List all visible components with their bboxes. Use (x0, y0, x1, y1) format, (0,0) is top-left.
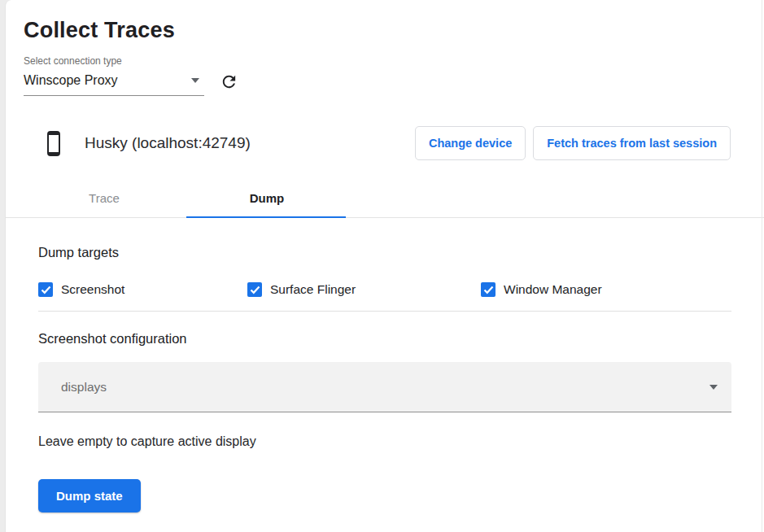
chevron-down-icon (191, 78, 199, 83)
checkmark-icon (250, 286, 260, 294)
displays-select-field[interactable]: displays (38, 362, 731, 412)
checkbox-checked-icon (247, 282, 262, 297)
dump-targets-section: Dump targets Screenshot Surface Flinger … (6, 245, 764, 297)
connection-type-label: Select connection type (24, 55, 744, 67)
header: Collect Traces Select connection type Wi… (6, 0, 764, 96)
device-actions: Change device Fetch traces from last ses… (415, 126, 731, 160)
tab-bar: Trace Dump (6, 179, 764, 218)
collect-traces-card: Collect Traces Select connection type Wi… (5, 0, 764, 532)
checkbox-surface-flinger-label: Surface Flinger (270, 282, 356, 297)
tab-dump-label: Dump (250, 191, 285, 205)
refresh-icon (220, 81, 238, 94)
page-title: Collect Traces (24, 18, 744, 43)
refresh-connection-button[interactable] (220, 72, 238, 91)
checkmark-icon (483, 286, 494, 294)
checkbox-checked-icon (481, 282, 496, 297)
connection-type-value: Winscope Proxy (24, 73, 118, 88)
dump-state-button[interactable]: Dump state (38, 479, 141, 512)
screenshot-config-section: Screenshot configuration displays Leave … (6, 331, 764, 512)
checkbox-window-manager-label: Window Manager (504, 282, 602, 297)
checkbox-window-manager[interactable]: Window Manager (481, 282, 602, 297)
displays-helper-text: Leave empty to capture active display (38, 434, 731, 449)
fetch-traces-button[interactable]: Fetch traces from last session (533, 126, 731, 160)
checkbox-screenshot-label: Screenshot (61, 282, 124, 297)
device-name: Husky (localhost:42749) (85, 134, 251, 152)
right-edge-line (762, 0, 762, 532)
dump-targets-heading: Dump targets (38, 245, 731, 260)
checkbox-checked-icon (38, 282, 53, 297)
dump-targets-options: Screenshot Surface Flinger Window Manage… (38, 282, 731, 297)
checkmark-icon (41, 286, 51, 294)
checkbox-screenshot[interactable]: Screenshot (38, 282, 247, 297)
device-row: Husky (localhost:42749) Change device Fe… (47, 124, 731, 163)
tab-trace[interactable]: Trace (23, 179, 186, 217)
smartphone-icon (47, 131, 60, 156)
screenshot-config-heading: Screenshot configuration (38, 331, 731, 347)
displays-field-value: displays (61, 380, 107, 395)
section-divider (38, 311, 731, 312)
change-device-button[interactable]: Change device (415, 126, 526, 160)
dropdown-arrow-icon (709, 385, 718, 390)
tab-dump[interactable]: Dump (186, 179, 348, 217)
active-tab-indicator (186, 216, 346, 218)
tab-trace-label: Trace (89, 191, 120, 205)
connection-type-select[interactable]: Winscope Proxy (24, 73, 204, 96)
checkbox-surface-flinger[interactable]: Surface Flinger (247, 282, 481, 297)
connection-select-row: Winscope Proxy (24, 72, 744, 96)
